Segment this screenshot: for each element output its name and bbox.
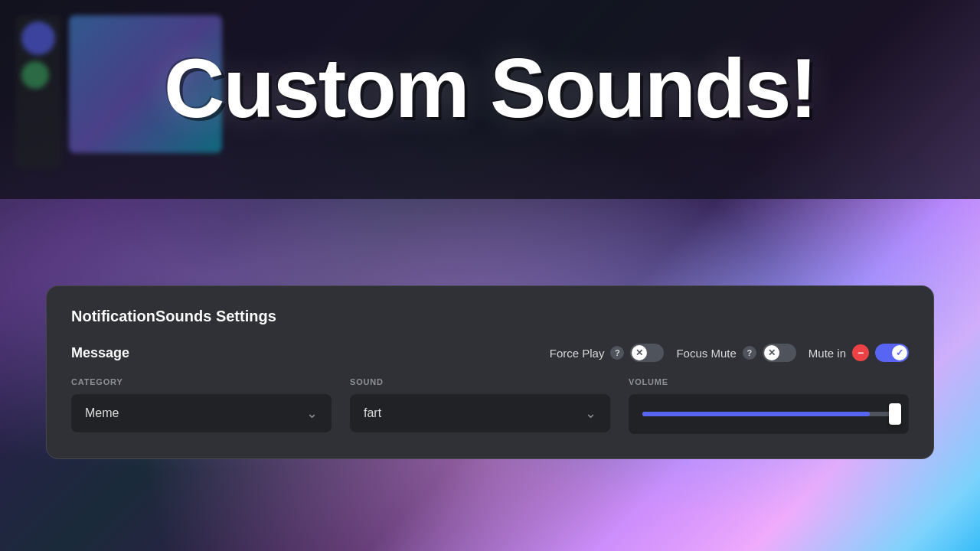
mute-in-label: Mute in [808,347,846,360]
controls-row: CATEGORY Meme ⌄ SOUND fart ⌄ VOLUME [71,377,909,434]
mute-in-toggle-knob: ✓ [892,345,907,360]
volume-field-group: VOLUME [629,377,909,434]
category-value: Meme [85,406,119,420]
focus-mute-group: Focus Mute ? ✕ [676,344,795,362]
sound-dropdown-arrow: ⌄ [585,405,596,422]
volume-container [629,394,909,434]
force-play-toggle[interactable]: ✕ [630,344,664,362]
sound-label: SOUND [350,377,610,386]
focus-mute-toggle-knob: ✕ [764,345,779,360]
focus-mute-x-icon: ✕ [768,348,776,357]
settings-panel: NotificationSounds Settings Message Forc… [46,285,934,459]
volume-label: VOLUME [629,377,909,386]
sound-value: fart [364,406,381,420]
mute-in-group: Mute in − ✓ [808,344,909,362]
mute-in-minus-icon[interactable]: − [852,344,869,361]
category-field-group: CATEGORY Meme ⌄ [71,377,332,432]
page-title: Custom Sounds! [0,46,980,130]
mute-in-check-icon: ✓ [896,348,903,357]
force-play-help-icon[interactable]: ? [610,346,624,360]
category-dropdown-arrow: ⌄ [306,405,318,422]
focus-mute-label: Focus Mute [676,347,736,360]
volume-slider-thumb[interactable] [889,403,901,425]
force-play-toggle-knob: ✕ [632,345,647,360]
panel-title: NotificationSounds Settings [71,308,909,325]
message-label: Message [71,345,129,361]
sound-field-group: SOUND fart ⌄ [350,377,610,432]
focus-mute-toggle[interactable]: ✕ [763,344,796,362]
focus-mute-help-icon[interactable]: ? [743,346,756,360]
message-row: Message Force Play ? ✕ Focus Mute ? ✕ [71,344,909,362]
volume-slider-fill [642,412,870,416]
force-play-x-icon: ✕ [635,348,643,357]
force-play-label: Force Play [550,347,605,360]
volume-slider-track[interactable] [642,412,895,416]
mute-in-toggle[interactable]: ✓ [875,344,909,362]
force-play-group: Force Play ? ✕ [550,344,665,362]
sound-dropdown[interactable]: fart ⌄ [350,394,610,432]
controls-right: Force Play ? ✕ Focus Mute ? ✕ [550,344,909,362]
category-label: CATEGORY [71,377,332,386]
category-dropdown[interactable]: Meme ⌄ [71,394,332,432]
